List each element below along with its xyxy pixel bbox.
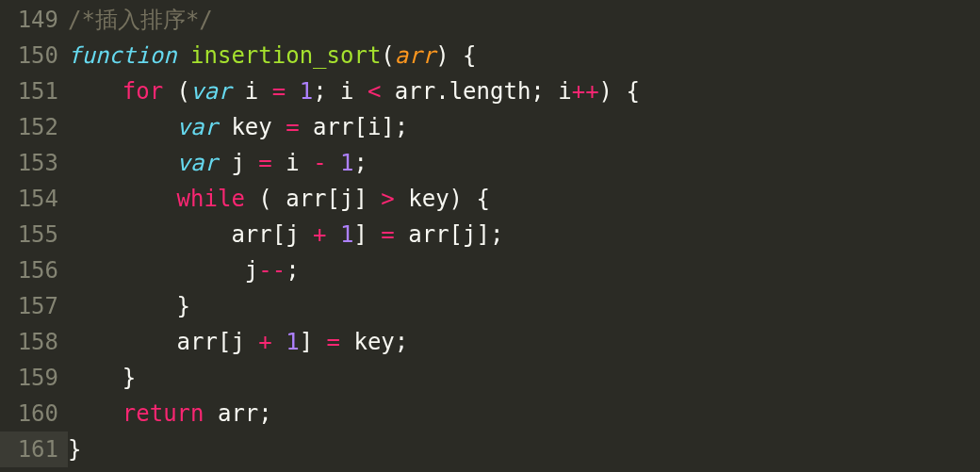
token-plain	[68, 186, 177, 212]
token-plain: ; i	[313, 78, 368, 105]
token-operator: -	[313, 150, 326, 176]
token-plain: key) {	[395, 186, 490, 212]
token-control: return	[122, 400, 204, 427]
token-plain: arr[j];	[395, 221, 504, 248]
token-operator: =	[327, 329, 340, 355]
token-plain: arr[i];	[300, 114, 409, 140]
token-operator: --	[258, 257, 286, 284]
token-plain	[177, 42, 190, 69]
token-operator: =	[286, 114, 299, 140]
token-plain	[68, 114, 177, 140]
token-operator: =	[272, 78, 286, 105]
token-plain: ]	[300, 329, 327, 355]
token-plain	[272, 329, 286, 355]
code-content[interactable]: arr[j + 1] = key;	[68, 324, 408, 360]
token-plain	[68, 400, 122, 427]
line-number: 150	[0, 38, 68, 73]
code-line[interactable]: 159 }	[0, 360, 980, 396]
token-operator: =	[381, 221, 394, 248]
code-content[interactable]: }	[68, 288, 190, 324]
token-plain: arr.	[381, 78, 449, 105]
code-line[interactable]: 151 for (var i = 1; i < arr.length; i++)…	[0, 73, 980, 109]
line-number: 158	[0, 324, 68, 360]
code-line[interactable]: 154 while ( arr[j] > key) {	[0, 181, 980, 217]
token-operator: ++	[572, 78, 599, 105]
token-operator: =	[258, 150, 271, 176]
token-storage: var	[177, 150, 218, 176]
token-funcname: insertion_sort	[190, 42, 381, 69]
code-content[interactable]: return arr;	[68, 396, 272, 431]
token-plain: ) {	[599, 78, 640, 105]
token-plain: i	[272, 150, 313, 176]
token-plain: ;	[286, 257, 299, 284]
code-content[interactable]: j--;	[68, 252, 300, 288]
line-number: 151	[0, 73, 68, 109]
token-control: for	[122, 78, 163, 105]
code-content[interactable]: }	[68, 360, 136, 396]
token-plain: key;	[340, 329, 408, 355]
code-line[interactable]: 156 j--;	[0, 252, 980, 288]
code-line[interactable]: 161}	[0, 431, 980, 467]
token-plain: ]	[353, 221, 381, 248]
code-content[interactable]: var j = i - 1;	[68, 145, 368, 181]
line-number: 157	[0, 288, 68, 324]
token-operator: +	[313, 221, 326, 248]
token-plain: }	[68, 436, 81, 463]
code-line[interactable]: 152 var key = arr[i];	[0, 109, 980, 145]
code-line[interactable]: 155 arr[j + 1] = arr[j];	[0, 217, 980, 252]
token-number: 1	[300, 78, 313, 105]
token-plain: arr;	[204, 400, 272, 427]
token-plain	[327, 150, 340, 176]
token-prop: length	[449, 78, 531, 105]
token-operator: <	[368, 78, 381, 105]
token-plain: i	[231, 78, 271, 105]
line-number: 159	[0, 360, 68, 396]
code-content[interactable]: for (var i = 1; i < arr.length; i++) {	[68, 73, 640, 109]
code-content[interactable]: arr[j + 1] = arr[j];	[68, 217, 503, 252]
token-plain: j	[218, 150, 258, 176]
code-content[interactable]: while ( arr[j] > key) {	[68, 181, 490, 217]
line-number: 161	[0, 431, 68, 467]
token-operator: +	[258, 329, 271, 355]
token-plain	[327, 221, 340, 248]
line-number: 160	[0, 396, 68, 431]
line-number: 154	[0, 181, 68, 217]
code-line[interactable]: 160 return arr;	[0, 396, 980, 431]
token-plain: }	[68, 293, 190, 319]
token-comment: /*插入排序*/	[68, 7, 213, 33]
token-plain: ;	[353, 150, 367, 176]
token-param: arr	[395, 42, 435, 69]
line-number: 153	[0, 145, 68, 181]
token-plain: ) {	[435, 42, 476, 69]
token-number: 1	[286, 329, 299, 355]
token-plain: (	[163, 78, 190, 105]
token-plain: key	[218, 114, 286, 140]
token-operator: >	[381, 186, 394, 212]
token-plain: arr[j	[68, 329, 258, 355]
token-number: 1	[340, 221, 353, 248]
token-plain	[68, 150, 177, 176]
code-editor[interactable]: 149/*插入排序*/150function insertion_sort(ar…	[0, 0, 980, 467]
token-plain: ( arr[j]	[245, 186, 382, 212]
code-content[interactable]: function insertion_sort(arr) {	[68, 38, 477, 73]
code-content[interactable]: var key = arr[i];	[68, 109, 408, 145]
token-plain	[68, 78, 122, 105]
code-line[interactable]: 158 arr[j + 1] = key;	[0, 324, 980, 360]
line-number: 156	[0, 252, 68, 288]
token-plain: }	[68, 365, 136, 391]
line-number: 155	[0, 217, 68, 252]
token-plain: ; i	[531, 78, 571, 105]
token-storage: function	[68, 42, 177, 69]
token-plain: (	[381, 42, 394, 69]
code-content[interactable]: }	[68, 431, 81, 467]
line-number: 149	[0, 2, 68, 38]
token-plain	[286, 78, 299, 105]
code-line[interactable]: 149/*插入排序*/	[0, 2, 980, 38]
code-content[interactable]: /*插入排序*/	[68, 2, 213, 38]
line-number: 152	[0, 109, 68, 145]
token-number: 1	[340, 150, 353, 176]
code-line[interactable]: 157 }	[0, 288, 980, 324]
code-line[interactable]: 153 var j = i - 1;	[0, 145, 980, 181]
code-line[interactable]: 150function insertion_sort(arr) {	[0, 38, 980, 73]
token-plain: j	[68, 257, 258, 284]
